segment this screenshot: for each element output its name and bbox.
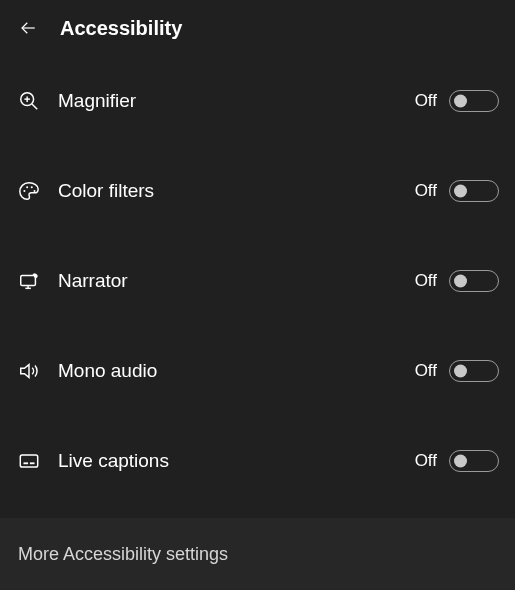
svg-rect-12 bbox=[20, 455, 37, 467]
toggle-knob bbox=[454, 275, 467, 288]
row-magnifier[interactable]: Magnifier Off bbox=[0, 56, 515, 146]
row-label: Narrator bbox=[58, 270, 415, 292]
page-title: Accessibility bbox=[60, 17, 182, 40]
narrator-toggle[interactable] bbox=[449, 270, 499, 292]
row-label: Color filters bbox=[58, 180, 415, 202]
svg-line-2 bbox=[32, 104, 37, 109]
more-settings-label: More Accessibility settings bbox=[18, 544, 228, 565]
svg-point-7 bbox=[31, 186, 33, 188]
row-color-filters[interactable]: Color filters Off bbox=[0, 146, 515, 236]
arrow-left-icon bbox=[19, 19, 37, 37]
svg-point-8 bbox=[33, 190, 35, 192]
row-narrator[interactable]: Narrator Off bbox=[0, 236, 515, 326]
captions-icon bbox=[18, 450, 40, 472]
speaker-icon bbox=[18, 360, 40, 382]
svg-rect-9 bbox=[21, 276, 36, 286]
mono-audio-toggle[interactable] bbox=[449, 360, 499, 382]
toggle-knob bbox=[454, 455, 467, 468]
row-mono-audio[interactable]: Mono audio Off bbox=[0, 326, 515, 416]
live-captions-toggle[interactable] bbox=[449, 450, 499, 472]
svg-point-5 bbox=[23, 190, 25, 192]
toggle-knob bbox=[454, 365, 467, 378]
status-text: Off bbox=[415, 451, 437, 471]
magnifier-icon bbox=[18, 90, 40, 112]
color-filters-toggle[interactable] bbox=[449, 180, 499, 202]
svg-point-6 bbox=[26, 186, 28, 188]
status-text: Off bbox=[415, 361, 437, 381]
row-label: Live captions bbox=[58, 450, 415, 472]
status-text: Off bbox=[415, 271, 437, 291]
row-label: Magnifier bbox=[58, 90, 415, 112]
row-live-captions[interactable]: Live captions Off bbox=[0, 416, 515, 506]
toggle-knob bbox=[454, 95, 467, 108]
status-text: Off bbox=[415, 181, 437, 201]
toggle-knob bbox=[454, 185, 467, 198]
palette-icon bbox=[18, 180, 40, 202]
narrator-icon bbox=[18, 270, 40, 292]
settings-list: Magnifier Off Color filters Off bbox=[0, 56, 515, 506]
header: Accessibility bbox=[0, 0, 515, 56]
status-text: Off bbox=[415, 91, 437, 111]
magnifier-toggle[interactable] bbox=[449, 90, 499, 112]
back-button[interactable] bbox=[18, 18, 38, 38]
row-label: Mono audio bbox=[58, 360, 415, 382]
more-settings-link[interactable]: More Accessibility settings bbox=[0, 518, 515, 590]
